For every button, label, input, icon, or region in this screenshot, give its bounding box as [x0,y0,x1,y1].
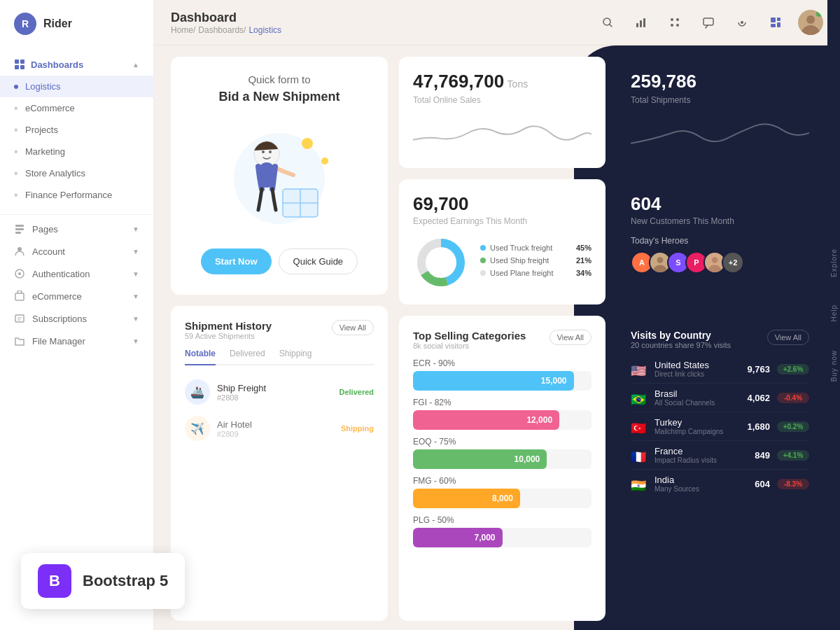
bar-ecr: ECR - 90% 15,000 [413,358,592,391]
country-br: 🇧🇷 Brasil All Social Channels 4,062 -0.4… [631,384,809,412]
start-now-button[interactable]: Start Now [201,248,272,274]
country-fr: 🇫🇷 France Impact Radius visits 849 +4.1% [631,441,809,470]
sales-label: Total Online Sales [413,95,592,105]
donut-chart [413,234,469,290]
donut-container: Used Truck freight 45% Used Ship freight [413,234,592,290]
earnings-card: 69,700 Expected Earnings This Month [399,179,606,304]
chevron-up-icon: ▲ [132,61,139,69]
earnings-label: Expected Earnings This Month [413,216,592,226]
promo-card: Quick form to Bid a New Shipment [171,57,388,295]
logo-icon: R [14,13,36,35]
chat-icon[interactable] [697,11,720,34]
search-icon[interactable] [596,11,619,34]
customers-value: 604 [631,193,809,215]
svg-rect-1 [20,59,24,64]
svg-rect-25 [771,24,776,27]
header-left: Dashboard Home/ Dashboards/ Logistics [171,10,281,35]
tab-shipping[interactable]: Shipping [279,349,312,364]
page-title: Dashboard [171,10,281,25]
chart-icon[interactable] [630,11,652,34]
svg-point-17 [676,18,679,21]
svg-point-43 [657,257,664,263]
country-list: 🇺🇸 United States Direct link clicks 9,76… [631,355,809,498]
svg-point-16 [671,18,673,21]
dashboards-section: Dashboards ▲ Logistics eCommerce Project… [0,48,153,211]
header-right [596,10,823,35]
sidebar-item-filemanager[interactable]: File Manager ▼ [0,330,153,352]
breadcrumb-home: Home/ [171,25,195,35]
ship-status-2: Shipping [341,424,374,433]
pages-icon [14,223,25,234]
promo-text: Quick form to [248,74,310,85]
sidebar-item-marketing[interactable]: Marketing [0,141,153,162]
svg-rect-6 [15,232,21,234]
shipment-view-all[interactable]: View All [332,320,374,335]
change-us: +2.6% [777,364,809,374]
customers-label: New Customers This Month [631,216,809,226]
sidebar-item-store-analytics[interactable]: Store Analytics [0,162,153,184]
ship-id-1: #2808 [217,393,266,402]
sidebar-item-finance[interactable]: Finance Performance [0,184,153,206]
shipment-item-2: ✈️ Air Hotel #2809 Shipping [185,410,374,447]
ship-icon-2: ✈️ [185,416,210,441]
bar-eoq: EOQ - 75% 10,000 [413,437,592,469]
bar-fgi: FGI - 82% 12,000 [413,398,592,430]
sidebar-item-ecommerce[interactable]: eCommerce [0,97,153,119]
sidebar-item-ecommerce-top[interactable]: eCommerce ▼ [0,285,153,307]
theme-icon[interactable] [731,11,753,34]
chevron-down-icon-6: ▼ [132,337,139,345]
sidebar-item-pages[interactable]: Pages ▼ [0,218,153,240]
grid-icon[interactable] [664,11,686,34]
sidebar-item-subscriptions[interactable]: Subscriptions ▼ [0,307,153,330]
country-in: 🇮🇳 India Many Sources 604 -8.3% [631,470,809,498]
buy-now-label[interactable]: Buy now [830,350,838,382]
change-tr: +0.2% [777,421,809,432]
ship-status-1: Delivered [339,388,374,396]
breadcrumb: Home/ Dashboards/ Logistics [171,25,281,35]
tab-notable[interactable]: Notable [185,349,216,365]
sidebar-item-projects[interactable]: Projects [0,119,153,141]
svg-point-29 [302,138,313,149]
sidebar-item-auth[interactable]: Authentication ▼ [0,262,153,285]
quick-guide-button[interactable]: Quick Guide [279,248,358,274]
auth-icon [14,268,25,279]
sales-chart [413,112,592,154]
svg-point-7 [18,247,22,251]
promo-buttons: Start Now Quick Guide [201,248,358,274]
country-tr: 🇹🇷 Turkey Mailchimp Campaigns 1,680 +0.2… [631,412,809,441]
svg-rect-23 [777,18,780,21]
selling-view-all[interactable]: View All [550,330,592,345]
tab-delivered[interactable]: Delivered [230,349,265,364]
main-content: Dashboard Home/ Dashboards/ Logistics [154,0,840,630]
svg-point-30 [321,158,328,164]
selling-bars: ECR - 90% 15,000 FGI - 82% 12,000 [413,358,592,547]
sales-value: 47,769,700 [413,71,504,92]
ship-icon-1: 🚢 [185,379,210,405]
earnings-value: 69,700 [413,193,592,215]
svg-rect-3 [20,65,24,69]
sidebar-item-logistics[interactable]: Logistics [0,76,153,97]
svg-rect-2 [15,65,19,69]
svg-rect-4 [15,225,24,227]
sidebar-item-account[interactable]: Account ▼ [0,240,153,262]
bootstrap-overlay: B Bootstrap 5 [21,553,185,609]
sidebar: R Rider Dashboards ▲ Logistics eCommerce [0,0,154,630]
freight-legend: Used Truck freight 45% Used Ship freight [480,244,592,281]
help-label[interactable]: Help [830,304,838,322]
shipment-subtitle: 59 Active Shipments [185,332,272,340]
svg-rect-22 [771,18,776,22]
explore-label[interactable]: Explore [830,248,838,277]
country-view-all[interactable]: View All [767,330,809,345]
promo-illustration [216,122,342,234]
dashboards-header[interactable]: Dashboards ▲ [0,53,153,76]
ecommerce-icon [14,290,25,302]
grid-icon [14,59,25,70]
hero-avatar-more: +2 [722,251,744,274]
selling-subtitle: 8k social visitors [413,342,526,350]
sales-unit: Tons [507,78,528,90]
svg-point-9 [18,272,21,275]
user-avatar[interactable] [798,10,823,35]
app-name: Rider [43,18,72,30]
layout-icon[interactable] [764,11,787,34]
filemanager-icon [14,335,25,346]
